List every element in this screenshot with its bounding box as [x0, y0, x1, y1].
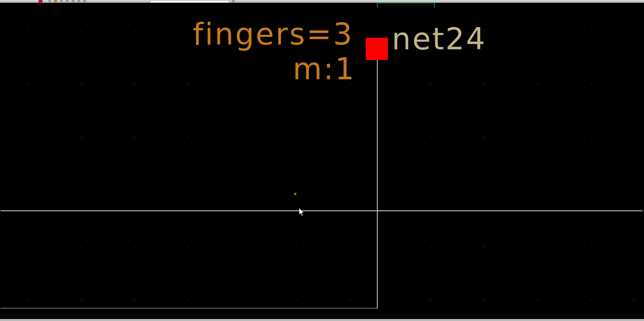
grid-dot	[27, 246, 28, 247]
grid-dot	[591, 137, 592, 138]
grid-dot	[296, 246, 297, 247]
grid-dot	[27, 299, 28, 300]
grid-dot	[349, 137, 350, 138]
grid-dot	[484, 299, 485, 300]
grid-dot	[134, 246, 135, 247]
grid-dot	[296, 137, 297, 138]
grid-dot	[188, 246, 189, 247]
grid-dot	[538, 299, 539, 300]
grid-dot	[538, 191, 539, 192]
grid-dot	[296, 299, 297, 300]
schematic-canvas[interactable]: fingers=3 m:1 net24	[0, 3, 643, 318]
grid-dot	[349, 191, 350, 192]
frame-line	[0, 308, 378, 308]
grid-dot	[188, 191, 189, 192]
grid-dot	[81, 191, 82, 192]
grid-dot	[538, 84, 539, 85]
wire-vertical-lower	[377, 211, 378, 308]
grid-dot	[430, 299, 431, 300]
grid-dot	[242, 137, 243, 138]
device-param-m: m:1	[293, 51, 356, 87]
grid-dot	[134, 137, 135, 138]
grid-dot	[430, 246, 431, 247]
grid-dot	[430, 137, 431, 138]
grid-dot	[349, 299, 350, 300]
grid-dot	[591, 299, 592, 300]
grid-dot	[591, 246, 592, 247]
grid-dot	[81, 299, 82, 300]
grid-dot	[538, 29, 539, 30]
cursor-icon	[299, 208, 305, 217]
grid-dot	[27, 29, 28, 30]
grid-dot	[484, 84, 485, 85]
grid-dot	[538, 246, 539, 247]
grid-dot	[27, 191, 28, 192]
grid-dot	[188, 137, 189, 138]
origin-marker	[294, 193, 296, 195]
grid-dot	[27, 137, 28, 138]
grid-dot	[81, 84, 82, 85]
grid-dot	[430, 84, 431, 85]
grid-dot	[81, 29, 82, 30]
grid-dot	[591, 191, 592, 192]
grid-dot	[242, 246, 243, 247]
grid-dot	[134, 299, 135, 300]
grid-dot	[484, 137, 485, 138]
grid-dot	[242, 299, 243, 300]
grid-dot	[349, 246, 350, 247]
wire-green	[377, 3, 435, 13]
grid-dot	[538, 137, 539, 138]
grid-dot	[591, 84, 592, 85]
status-bar	[0, 319, 644, 321]
wire-vertical	[377, 60, 378, 211]
grid-dot	[188, 84, 189, 85]
terminal-pad[interactable]	[366, 38, 388, 60]
grid-dot	[430, 191, 431, 192]
grid-dot	[134, 29, 135, 30]
grid-dot	[242, 84, 243, 85]
grid-dot	[81, 137, 82, 138]
grid-dot	[484, 191, 485, 192]
grid-dot	[81, 246, 82, 247]
grid-dot	[484, 246, 485, 247]
grid-dot	[27, 84, 28, 85]
crosshair-horizontal	[0, 210, 643, 211]
net-label: net24	[392, 21, 487, 57]
device-param-fingers: fingers=3	[193, 16, 354, 52]
grid-dot	[242, 191, 243, 192]
grid-dot	[188, 299, 189, 300]
grid-dot	[633, 299, 634, 300]
grid-dot	[591, 29, 592, 30]
grid-dot	[134, 191, 135, 192]
grid-dot	[134, 84, 135, 85]
